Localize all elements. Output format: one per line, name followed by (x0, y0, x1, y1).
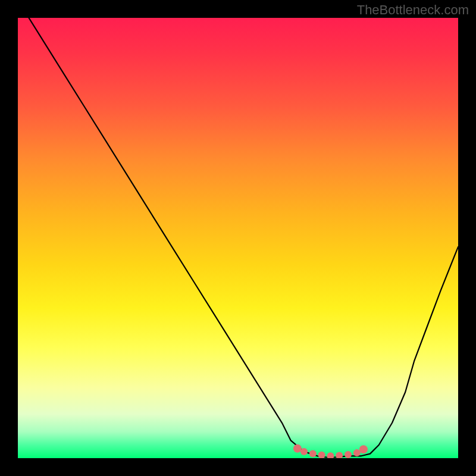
chart-svg (18, 18, 458, 458)
optimal-marker-dot (293, 444, 302, 453)
chart-plot-area (18, 18, 458, 458)
optimal-marker-dot (336, 452, 343, 458)
optimal-marker-dot (300, 448, 308, 455)
optimal-marker-dot (353, 449, 361, 456)
watermark-text: TheBottleneck.com (357, 2, 469, 18)
bottleneck-curve-line (18, 18, 458, 458)
optimal-marker-dot (359, 445, 368, 453)
optimal-marker-dot (345, 451, 352, 458)
optimal-range-markers (293, 444, 368, 458)
optimal-marker-dot (318, 452, 325, 458)
optimal-marker-dot (327, 452, 334, 458)
optimal-marker-dot (309, 450, 317, 458)
